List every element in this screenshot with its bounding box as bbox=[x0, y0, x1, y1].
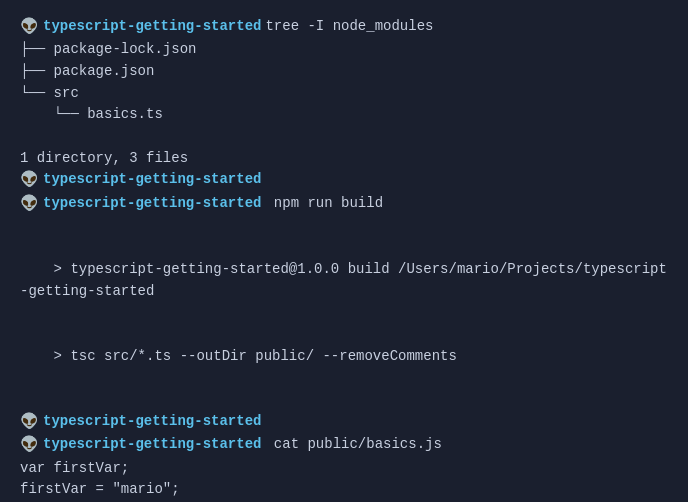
npm-output-2: > tsc src/*.ts --outDir public/ --remove… bbox=[20, 324, 668, 389]
tree-output-2: ├── package.json bbox=[20, 61, 668, 83]
summary-line: 1 directory, 3 files bbox=[20, 148, 668, 170]
cmd-3: cat public/basics.js bbox=[265, 434, 441, 456]
prompt-name-2: typescript-getting-started bbox=[43, 169, 261, 191]
prompt-name-4: typescript-getting-started bbox=[43, 411, 261, 433]
prompt-name-5: typescript-getting-started bbox=[43, 434, 261, 456]
tree-output-3: └── src bbox=[20, 83, 668, 105]
empty-1 bbox=[20, 126, 668, 148]
command-line-3: 👽 typescript-getting-started cat public/… bbox=[20, 434, 668, 457]
command-line-1: 👽 typescript-getting-started tree -I nod… bbox=[20, 16, 668, 39]
alien-icon-3: 👽 bbox=[20, 193, 39, 216]
empty-3 bbox=[20, 389, 668, 411]
terminal: 👽 typescript-getting-started tree -I nod… bbox=[0, 0, 688, 502]
npm-output-1: > typescript-getting-started@1.0.0 build… bbox=[20, 238, 668, 325]
prompt-name-1: typescript-getting-started bbox=[43, 16, 261, 38]
empty-2 bbox=[20, 216, 668, 238]
cat-output-1: var firstVar; bbox=[20, 458, 668, 480]
alien-icon-5: 👽 bbox=[20, 434, 39, 457]
prompt-name-3: typescript-getting-started bbox=[43, 193, 261, 215]
cmd-1: tree -I node_modules bbox=[265, 16, 433, 38]
prompt-only-2: 👽 typescript-getting-started bbox=[20, 411, 668, 434]
prompt-only-1: 👽 typescript-getting-started bbox=[20, 169, 668, 192]
tree-output-4: └── basics.ts bbox=[20, 104, 668, 126]
alien-icon-4: 👽 bbox=[20, 411, 39, 434]
cmd-2: npm run build bbox=[265, 193, 383, 215]
tree-output-1: ├── package-lock.json bbox=[20, 39, 668, 61]
alien-icon-1: 👽 bbox=[20, 16, 39, 39]
cat-output-2: firstVar = "mario"; bbox=[20, 479, 668, 501]
command-line-2: 👽 typescript-getting-started npm run bui… bbox=[20, 193, 668, 216]
alien-icon-2: 👽 bbox=[20, 169, 39, 192]
